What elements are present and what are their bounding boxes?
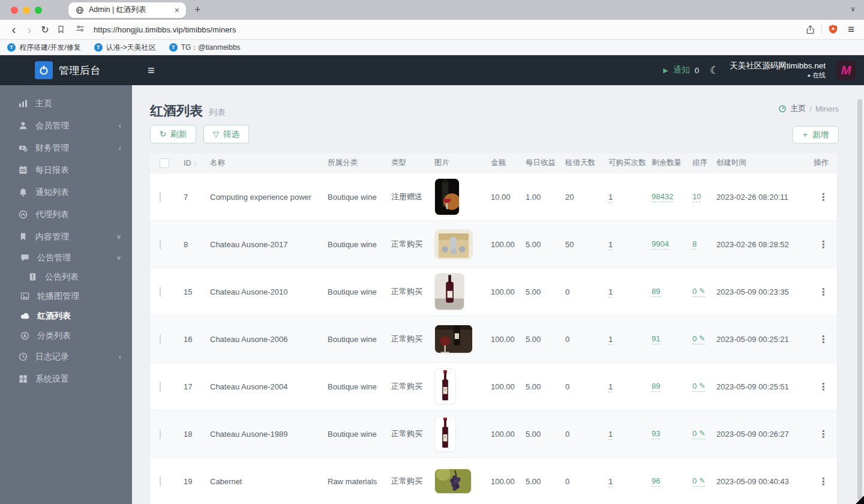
sort-editable-link[interactable]: 0✎ (692, 287, 705, 297)
bookmark-flag-icon[interactable] (53, 25, 68, 34)
sidebar-toggle-icon[interactable]: ≡ (148, 64, 155, 77)
bookmark-item[interactable]: T 程序搭建/开发/修复 (7, 43, 81, 53)
sidebar-item-image[interactable]: 轮播图管理 (0, 286, 132, 306)
gauge-home-icon (778, 104, 787, 113)
sort-editable-link[interactable]: 8 (692, 239, 697, 250)
remain-editable-link[interactable]: 96 (652, 476, 660, 487)
sidebar-item-comment[interactable]: 公告管理 ∨ (0, 248, 132, 268)
brave-shield-icon[interactable] (828, 24, 838, 35)
browser-tab[interactable]: Admin | 红酒列表 × (68, 2, 186, 18)
times-editable-link[interactable]: 1 (608, 193, 613, 203)
remain-editable-link[interactable]: 9904 (652, 239, 669, 250)
bookmark-item[interactable]: T 认准->天美社区 (94, 43, 156, 53)
cell-sort: 0✎ (692, 382, 716, 392)
remain-editable-link[interactable]: 89 (652, 287, 660, 297)
remain-editable-link[interactable]: 89 (652, 382, 660, 392)
filter-button[interactable]: ▽ 筛选 (203, 125, 249, 143)
page-title: 红酒列表 (150, 102, 203, 120)
site-settings-icon[interactable] (72, 24, 88, 35)
refresh-icon: ↻ (160, 130, 166, 139)
notifications-button[interactable]: ▶ 通知 0 (663, 65, 699, 76)
pencil-icon: ✎ (699, 287, 705, 295)
page-scrollbar[interactable] (857, 99, 862, 500)
avatar[interactable]: M (836, 61, 856, 80)
row-checkbox[interactable] (160, 476, 161, 487)
remain-editable-link[interactable]: 91 (652, 334, 660, 344)
sidebar-item-finance[interactable]: 财务管理 ‹ (0, 137, 132, 159)
cell-category: Boutique wine (328, 382, 391, 391)
sidebar-item-label: 每日报表 (35, 165, 69, 176)
table-row: 7 Computing experience power Boutique wi… (150, 173, 837, 220)
row-actions-kebab-icon[interactable]: ⋮ (814, 334, 828, 345)
sort-editable-link[interactable]: 10 (692, 192, 701, 202)
sort-editable-link[interactable]: 0✎ (692, 476, 705, 487)
times-editable-link[interactable]: 1 (608, 382, 613, 392)
row-actions-kebab-icon[interactable]: ⋮ (814, 239, 828, 250)
sidebar-item-category[interactable]: 分类列表 (0, 326, 132, 346)
chevron-icon: ∨ (116, 233, 121, 241)
table-row: 19 Cabernet Raw materials 正常购买 100.00 5.… (150, 457, 837, 504)
tab-search-chevron-icon[interactable]: ∨ (850, 5, 856, 13)
select-all-checkbox[interactable] (160, 158, 169, 168)
window-zoom-button[interactable] (35, 7, 42, 14)
times-editable-link[interactable]: 1 (608, 240, 613, 250)
browser-menu-icon[interactable]: ≡ (848, 23, 854, 36)
row-actions-kebab-icon[interactable]: ⋮ (814, 191, 828, 203)
sidebar-item-calendar[interactable]: 每日报表 (0, 159, 132, 181)
sidebar-item-cloud[interactable]: 红酒列表 (0, 306, 132, 326)
sidebar-item-bookmark[interactable]: 内容管理 ∨ (0, 226, 132, 248)
times-editable-link[interactable]: 1 (608, 430, 613, 440)
dark-mode-moon-icon[interactable]: ☾ (710, 64, 719, 77)
row-checkbox[interactable] (160, 192, 161, 202)
browser-toolbar: ‹ › ↻ https://hongjiu.timibbs.vip/timibb… (0, 20, 864, 40)
bookmark-item[interactable]: T TG：@tianmeibbs (169, 43, 241, 53)
sort-editable-link[interactable]: 0✎ (692, 382, 705, 392)
row-actions-kebab-icon[interactable]: ⋮ (814, 476, 828, 487)
row-checkbox[interactable] (160, 239, 161, 250)
add-button[interactable]: + 新增 (793, 126, 839, 143)
tab-close-icon[interactable]: × (173, 5, 181, 15)
window-minimize-button[interactable] (23, 7, 30, 14)
app-header: 管理后台 ≡ ▶ 通知 0 ☾ 天美社区源码网timibbs.net ●在线 M (0, 55, 864, 85)
bookmark-label: TG：@tianmeibbs (181, 43, 241, 53)
row-checkbox[interactable] (160, 429, 161, 439)
sidebar-item-chart[interactable]: 主页 (0, 92, 132, 115)
url-bar[interactable]: https://hongjiu.timibbs.vip/timibbs/mine… (94, 25, 236, 34)
row-checkbox[interactable] (160, 382, 161, 392)
sidebar-item-bell[interactable]: 通知列表 (0, 181, 132, 203)
sidebar-item-flag[interactable]: 公告列表 (0, 268, 132, 286)
row-checkbox[interactable] (160, 334, 161, 344)
times-editable-link[interactable]: 1 (608, 287, 613, 298)
window-close-button[interactable] (11, 7, 18, 14)
row-checkbox[interactable] (160, 287, 161, 297)
forward-button[interactable]: › (22, 23, 37, 35)
new-tab-button[interactable]: + (194, 4, 201, 16)
refresh-button[interactable]: ↻ 刷新 (150, 125, 196, 143)
share-icon[interactable] (805, 25, 815, 35)
cell-remain: 9904 (652, 239, 692, 250)
reload-button[interactable]: ↻ (37, 24, 53, 35)
row-actions-kebab-icon[interactable]: ⋮ (814, 428, 828, 440)
sidebar-item-agent[interactable]: 代理列表 (0, 203, 132, 226)
times-editable-link[interactable]: 1 (608, 477, 613, 487)
row-actions-kebab-icon[interactable]: ⋮ (814, 286, 828, 298)
times-editable-link[interactable]: 1 (608, 335, 613, 345)
sort-editable-link[interactable]: 0✎ (692, 429, 705, 439)
cell-sort: 10 (692, 192, 716, 202)
sidebar-item-user[interactable]: 会员管理 ‹ (0, 115, 132, 137)
breadcrumb-home-link[interactable]: 主页 (790, 103, 806, 114)
bookmark-favicon: T (94, 43, 103, 52)
table-header-row: ID↑ 名称 所属分类 类型 图片 金额 每日收益 租借天数 可购买次数 剩余数… (150, 153, 837, 173)
sidebar-item-clock[interactable]: 日志记录 ‹ (0, 346, 132, 368)
remain-editable-link[interactable]: 93 (652, 429, 660, 439)
header-id[interactable]: ID↑ (184, 159, 210, 167)
sidebar-item-grid[interactable]: 系统设置 (0, 368, 132, 390)
sort-editable-link[interactable]: 0✎ (692, 334, 705, 344)
brand[interactable]: 管理后台 (0, 61, 132, 79)
remain-editable-link[interactable]: 98432 (652, 192, 673, 202)
row-actions-kebab-icon[interactable]: ⋮ (814, 381, 828, 392)
cell-id: 18 (184, 430, 210, 439)
cell-amount: 100.00 (491, 335, 526, 344)
grid-icon (18, 374, 28, 384)
back-button[interactable]: ‹ (6, 23, 22, 35)
